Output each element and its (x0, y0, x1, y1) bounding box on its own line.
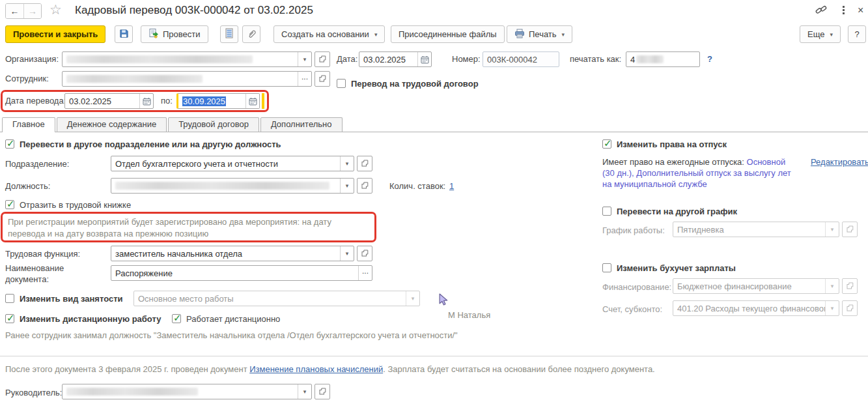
attach-button[interactable] (242, 25, 260, 43)
position-open-button[interactable] (357, 178, 372, 194)
register-records-button[interactable] (220, 25, 238, 43)
save-button[interactable] (115, 25, 133, 43)
payroll-checkbox[interactable]: Изменить бухучет зарплаты (602, 263, 736, 273)
post-button[interactable]: Провести (141, 25, 208, 43)
manager-field[interactable] (62, 384, 312, 399)
manager-label: Руководитель: (5, 386, 62, 400)
print-button[interactable]: Печать (507, 25, 572, 43)
document-name-field[interactable]: Распоряжение (111, 265, 372, 281)
dropdown-icon[interactable] (340, 156, 354, 171)
vacation-prefix: Имеет право на ежегодные отпуска: (602, 157, 747, 167)
vacation-edit-link[interactable]: Редактировать (811, 157, 868, 167)
checkbox-box[interactable] (5, 314, 14, 323)
tab-dopolnitelno[interactable]: Дополнительно (260, 117, 343, 132)
print-as-field[interactable]: 4 (626, 51, 700, 67)
labor-function-field[interactable]: заместитель начальника отдела (111, 246, 354, 261)
link-icon[interactable] (815, 4, 828, 18)
transfer-dates-annotation (1, 90, 269, 112)
nav-group: ← → (5, 3, 42, 19)
back-icon[interactable]: ← (6, 4, 23, 18)
financing-field: Бюджетное финансирование (673, 278, 839, 294)
presence-cursor-label: М Наталья (448, 310, 490, 320)
dropdown-icon[interactable] (298, 52, 311, 66)
organization-open-button[interactable] (315, 51, 330, 67)
more-button[interactable]: Еще (800, 25, 841, 43)
schedule-checkbox[interactable]: Перевести на другой график (602, 206, 737, 216)
checkbox-box[interactable] (337, 79, 346, 88)
account-label: Счет, субконто: (602, 302, 662, 317)
dropdown-icon (406, 291, 419, 306)
employment-type-checkbox[interactable]: Изменить вид занятости (5, 293, 123, 304)
organization-field[interactable] (62, 51, 312, 67)
post-and-close-button[interactable]: Провести и закрыть (5, 25, 105, 43)
schedule-field: Пятидневка (673, 222, 839, 237)
checkbox-box[interactable] (172, 314, 181, 323)
attached-files-button[interactable]: Присоединенные файлы (391, 25, 505, 43)
works-remotely-checkbox[interactable]: Работает дистанционно (172, 313, 280, 324)
tab-trudovoy-dogovor[interactable]: Трудовой договор (168, 117, 259, 132)
contract-transfer-checkbox[interactable]: Перевод на трудовой договор (337, 78, 479, 89)
print-as-label: печатать как: (570, 52, 621, 66)
favorite-star-icon[interactable]: ☆ (49, 2, 62, 18)
open-in-new-icon (847, 281, 854, 291)
open-in-new-icon (361, 181, 369, 191)
remote-work-checkbox[interactable]: Изменить дистанционную работу (5, 313, 161, 324)
footer-divider (0, 356, 868, 356)
rate-count-link[interactable]: 1 (449, 179, 454, 194)
rate-count-label: Колич. ставок: (389, 179, 445, 194)
choose-icon[interactable] (358, 266, 372, 280)
open-in-new-icon (319, 55, 326, 65)
printer-icon (514, 29, 525, 40)
dropdown-icon[interactable] (298, 384, 311, 399)
window-menu-icon[interactable] (843, 6, 845, 14)
number-label: Номер: (452, 52, 481, 66)
date-field[interactable]: 03.02.2025 (359, 51, 432, 67)
planned-accruals-link[interactable]: Изменение плановых начислений (249, 364, 383, 374)
open-in-new-icon (319, 74, 326, 84)
labor-function-open-button[interactable] (357, 246, 372, 261)
department-field[interactable]: Отдел бухгалтерского учета и отчетности (111, 156, 354, 171)
checkbox-label: Отразить в трудовой книжке (20, 200, 131, 210)
employee-field[interactable] (62, 71, 312, 87)
checkbox-box[interactable] (5, 200, 14, 209)
dropdown-icon (825, 279, 839, 293)
position-field[interactable] (111, 178, 354, 194)
tab-denezhnoe-soderzhanie[interactable]: Денежное содержание (57, 117, 167, 132)
calendar-icon[interactable] (417, 52, 431, 66)
redacted-value (115, 182, 329, 190)
document-form: ← → ☆ Кадровый перевод 003К-000042 от 03… (0, 0, 868, 404)
schedule-label: График работы: (602, 224, 665, 238)
employee-open-button[interactable] (315, 71, 330, 87)
create-based-on-button[interactable]: Создать на основании (273, 25, 385, 43)
checkbox-label: Перевод на трудовой договор (351, 79, 479, 89)
forward-icon[interactable]: → (23, 4, 41, 18)
choose-icon[interactable] (298, 72, 311, 86)
number-field[interactable]: 003К-000042 (483, 51, 559, 67)
open-in-new-icon (361, 249, 369, 259)
checkbox-box[interactable] (5, 139, 14, 149)
dropdown-icon[interactable] (340, 246, 354, 261)
checkbox-box[interactable] (602, 139, 611, 149)
tab-strip: Главное Денежное содержание Трудовой дог… (2, 117, 343, 132)
note-text: После этого документа 3 февраля 2025 г. … (5, 364, 249, 374)
transfer-section-checkbox[interactable]: Перевести в другое подразделение или на … (5, 139, 281, 149)
vacation-rights-checkbox[interactable]: Изменить права на отпуск (602, 139, 727, 149)
close-icon[interactable]: × (858, 5, 863, 16)
date-label: Дата: (337, 52, 357, 66)
print-as-help-link[interactable]: ? (707, 52, 712, 66)
checkbox-box[interactable] (602, 263, 611, 272)
checkbox-label: Изменить дистанционную работу (20, 314, 161, 324)
employee-label: Сотрудник: (5, 72, 49, 86)
redacted-value (66, 388, 198, 396)
help-button[interactable]: ? (848, 25, 866, 43)
checkbox-box[interactable] (5, 294, 14, 303)
schedule-open-button (842, 222, 858, 237)
department-open-button[interactable] (357, 156, 372, 171)
open-in-new-icon (847, 225, 854, 235)
dropdown-icon[interactable] (340, 179, 354, 193)
tab-glavnoe[interactable]: Главное (2, 117, 55, 132)
manager-open-button[interactable] (315, 384, 330, 399)
vacation-rights-text: Имеет право на ежегодные отпуска: Основн… (602, 156, 799, 190)
workbook-checkbox[interactable]: Отразить в трудовой книжке (5, 199, 131, 210)
checkbox-box[interactable] (602, 207, 611, 216)
